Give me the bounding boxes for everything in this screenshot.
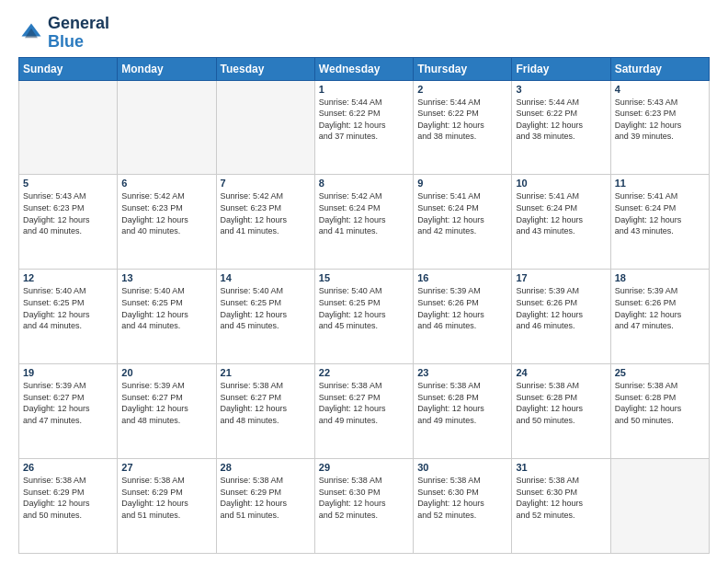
day-info: Sunrise: 5:44 AM Sunset: 6:22 PM Dayligh… bbox=[319, 97, 409, 143]
day-number: 22 bbox=[319, 367, 409, 378]
day-number: 14 bbox=[221, 272, 311, 283]
calendar-cell: 30Sunrise: 5:38 AM Sunset: 6:30 PM Dayli… bbox=[414, 459, 512, 554]
day-number: 31 bbox=[516, 462, 606, 473]
day-number: 19 bbox=[23, 367, 113, 378]
day-info: Sunrise: 5:39 AM Sunset: 6:26 PM Dayligh… bbox=[417, 285, 507, 331]
calendar-header-sunday: Sunday bbox=[19, 57, 118, 80]
day-info: Sunrise: 5:38 AM Sunset: 6:29 PM Dayligh… bbox=[23, 475, 113, 521]
calendar-week-1: 1Sunrise: 5:44 AM Sunset: 6:22 PM Daylig… bbox=[19, 80, 710, 175]
day-info: Sunrise: 5:42 AM Sunset: 6:23 PM Dayligh… bbox=[221, 190, 311, 236]
calendar-header-thursday: Thursday bbox=[414, 57, 512, 80]
day-info: Sunrise: 5:39 AM Sunset: 6:26 PM Dayligh… bbox=[516, 285, 606, 331]
day-number: 10 bbox=[516, 178, 606, 189]
calendar-cell: 11Sunrise: 5:41 AM Sunset: 6:24 PM Dayli… bbox=[610, 175, 709, 270]
day-number: 27 bbox=[121, 462, 211, 473]
day-info: Sunrise: 5:41 AM Sunset: 6:24 PM Dayligh… bbox=[516, 190, 606, 236]
calendar-cell: 16Sunrise: 5:39 AM Sunset: 6:26 PM Dayli… bbox=[414, 270, 512, 364]
day-number: 12 bbox=[23, 272, 113, 283]
day-info: Sunrise: 5:38 AM Sunset: 6:28 PM Dayligh… bbox=[417, 380, 507, 426]
day-number: 8 bbox=[319, 178, 409, 189]
day-number: 28 bbox=[221, 462, 311, 473]
calendar-cell: 20Sunrise: 5:39 AM Sunset: 6:27 PM Dayli… bbox=[118, 364, 216, 459]
calendar-cell: 19Sunrise: 5:39 AM Sunset: 6:27 PM Dayli… bbox=[19, 364, 118, 459]
day-number: 1 bbox=[319, 84, 409, 95]
calendar-cell: 17Sunrise: 5:39 AM Sunset: 6:26 PM Dayli… bbox=[512, 270, 610, 364]
calendar-header-wednesday: Wednesday bbox=[314, 57, 413, 80]
calendar-cell: 4Sunrise: 5:43 AM Sunset: 6:23 PM Daylig… bbox=[610, 80, 709, 175]
day-number: 23 bbox=[417, 367, 507, 378]
day-info: Sunrise: 5:39 AM Sunset: 6:27 PM Dayligh… bbox=[121, 380, 211, 426]
calendar-header-friday: Friday bbox=[512, 57, 610, 80]
page: General Blue SundayMondayTuesdayWednesda… bbox=[0, 0, 728, 563]
day-number: 30 bbox=[417, 462, 507, 473]
day-number: 6 bbox=[121, 178, 211, 189]
calendar-cell: 15Sunrise: 5:40 AM Sunset: 6:25 PM Dayli… bbox=[314, 270, 413, 364]
calendar-cell: 3Sunrise: 5:44 AM Sunset: 6:22 PM Daylig… bbox=[512, 80, 610, 175]
day-info: Sunrise: 5:42 AM Sunset: 6:23 PM Dayligh… bbox=[121, 190, 211, 236]
day-number: 7 bbox=[221, 178, 311, 189]
day-number: 16 bbox=[417, 272, 507, 283]
calendar-cell: 28Sunrise: 5:38 AM Sunset: 6:29 PM Dayli… bbox=[216, 459, 314, 554]
calendar-cell: 7Sunrise: 5:42 AM Sunset: 6:23 PM Daylig… bbox=[216, 175, 314, 270]
calendar-cell bbox=[118, 80, 216, 175]
day-info: Sunrise: 5:38 AM Sunset: 6:29 PM Dayligh… bbox=[121, 475, 211, 521]
day-number: 3 bbox=[516, 84, 606, 95]
day-number: 18 bbox=[615, 272, 705, 283]
day-info: Sunrise: 5:38 AM Sunset: 6:30 PM Dayligh… bbox=[417, 475, 507, 521]
day-info: Sunrise: 5:42 AM Sunset: 6:24 PM Dayligh… bbox=[319, 190, 409, 236]
calendar-cell: 10Sunrise: 5:41 AM Sunset: 6:24 PM Dayli… bbox=[512, 175, 610, 270]
day-number: 26 bbox=[23, 462, 113, 473]
calendar-cell: 13Sunrise: 5:40 AM Sunset: 6:25 PM Dayli… bbox=[118, 270, 216, 364]
day-info: Sunrise: 5:40 AM Sunset: 6:25 PM Dayligh… bbox=[121, 285, 211, 331]
calendar-cell: 2Sunrise: 5:44 AM Sunset: 6:22 PM Daylig… bbox=[414, 80, 512, 175]
calendar-cell: 29Sunrise: 5:38 AM Sunset: 6:30 PM Dayli… bbox=[314, 459, 413, 554]
logo-text: General Blue bbox=[48, 15, 109, 52]
calendar-cell: 12Sunrise: 5:40 AM Sunset: 6:25 PM Dayli… bbox=[19, 270, 118, 364]
day-number: 4 bbox=[615, 84, 705, 95]
calendar-cell: 27Sunrise: 5:38 AM Sunset: 6:29 PM Dayli… bbox=[118, 459, 216, 554]
logo-icon bbox=[18, 20, 44, 46]
day-info: Sunrise: 5:44 AM Sunset: 6:22 PM Dayligh… bbox=[417, 97, 507, 143]
day-number: 2 bbox=[417, 84, 507, 95]
calendar-cell: 31Sunrise: 5:38 AM Sunset: 6:30 PM Dayli… bbox=[512, 459, 610, 554]
day-number: 13 bbox=[121, 272, 211, 283]
calendar-cell: 24Sunrise: 5:38 AM Sunset: 6:28 PM Dayli… bbox=[512, 364, 610, 459]
calendar-cell: 25Sunrise: 5:38 AM Sunset: 6:28 PM Dayli… bbox=[610, 364, 709, 459]
calendar-cell bbox=[216, 80, 314, 175]
calendar-cell: 23Sunrise: 5:38 AM Sunset: 6:28 PM Dayli… bbox=[414, 364, 512, 459]
day-info: Sunrise: 5:38 AM Sunset: 6:29 PM Dayligh… bbox=[221, 475, 311, 521]
day-info: Sunrise: 5:40 AM Sunset: 6:25 PM Dayligh… bbox=[221, 285, 311, 331]
day-info: Sunrise: 5:40 AM Sunset: 6:25 PM Dayligh… bbox=[23, 285, 113, 331]
calendar-header-row: SundayMondayTuesdayWednesdayThursdayFrid… bbox=[19, 57, 710, 80]
day-number: 21 bbox=[221, 367, 311, 378]
calendar-cell: 6Sunrise: 5:42 AM Sunset: 6:23 PM Daylig… bbox=[118, 175, 216, 270]
calendar-header-saturday: Saturday bbox=[610, 57, 709, 80]
day-number: 15 bbox=[319, 272, 409, 283]
day-number: 9 bbox=[417, 178, 507, 189]
day-number: 20 bbox=[121, 367, 211, 378]
day-number: 11 bbox=[615, 178, 705, 189]
day-info: Sunrise: 5:40 AM Sunset: 6:25 PM Dayligh… bbox=[319, 285, 409, 331]
day-info: Sunrise: 5:38 AM Sunset: 6:30 PM Dayligh… bbox=[516, 475, 606, 521]
day-info: Sunrise: 5:38 AM Sunset: 6:27 PM Dayligh… bbox=[319, 380, 409, 426]
logo: General Blue bbox=[18, 15, 109, 52]
calendar-cell: 26Sunrise: 5:38 AM Sunset: 6:29 PM Dayli… bbox=[19, 459, 118, 554]
calendar-cell: 18Sunrise: 5:39 AM Sunset: 6:26 PM Dayli… bbox=[610, 270, 709, 364]
calendar-week-4: 19Sunrise: 5:39 AM Sunset: 6:27 PM Dayli… bbox=[19, 364, 710, 459]
calendar-week-2: 5Sunrise: 5:43 AM Sunset: 6:23 PM Daylig… bbox=[19, 175, 710, 270]
day-number: 25 bbox=[615, 367, 705, 378]
calendar-week-3: 12Sunrise: 5:40 AM Sunset: 6:25 PM Dayli… bbox=[19, 270, 710, 364]
calendar-header-monday: Monday bbox=[118, 57, 216, 80]
day-number: 5 bbox=[23, 178, 113, 189]
day-info: Sunrise: 5:39 AM Sunset: 6:27 PM Dayligh… bbox=[23, 380, 113, 426]
day-info: Sunrise: 5:41 AM Sunset: 6:24 PM Dayligh… bbox=[615, 190, 705, 236]
calendar-cell: 5Sunrise: 5:43 AM Sunset: 6:23 PM Daylig… bbox=[19, 175, 118, 270]
calendar-cell: 9Sunrise: 5:41 AM Sunset: 6:24 PM Daylig… bbox=[414, 175, 512, 270]
day-info: Sunrise: 5:38 AM Sunset: 6:28 PM Dayligh… bbox=[615, 380, 705, 426]
calendar-cell: 22Sunrise: 5:38 AM Sunset: 6:27 PM Dayli… bbox=[314, 364, 413, 459]
calendar-cell: 1Sunrise: 5:44 AM Sunset: 6:22 PM Daylig… bbox=[314, 80, 413, 175]
day-number: 17 bbox=[516, 272, 606, 283]
calendar-week-5: 26Sunrise: 5:38 AM Sunset: 6:29 PM Dayli… bbox=[19, 459, 710, 554]
calendar-cell bbox=[610, 459, 709, 554]
day-info: Sunrise: 5:38 AM Sunset: 6:30 PM Dayligh… bbox=[319, 475, 409, 521]
